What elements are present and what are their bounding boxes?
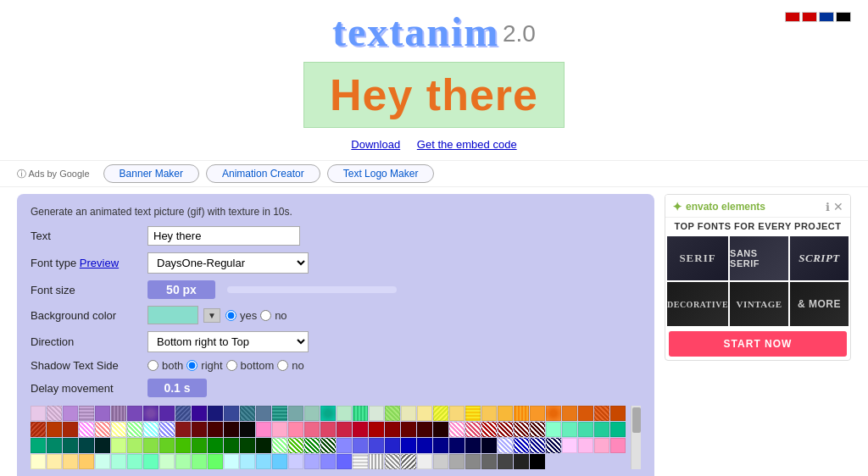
texture-cell[interactable]	[79, 422, 94, 437]
texture-cell[interactable]	[353, 422, 368, 437]
embed-link[interactable]: Get the embed code	[417, 138, 517, 151]
texture-cell[interactable]	[449, 438, 465, 453]
texture-cell[interactable]	[610, 422, 626, 437]
texture-cell[interactable]	[385, 454, 400, 469]
shadow-no-radio[interactable]	[277, 360, 288, 371]
direction-select[interactable]: Bottom right to Top Left to Right Right …	[147, 331, 309, 352]
texture-cell[interactable]	[95, 438, 110, 453]
scrollbar[interactable]	[631, 406, 641, 469]
texture-cell[interactable]	[304, 406, 320, 421]
texture-cell[interactable]	[159, 438, 175, 453]
texture-cell[interactable]	[208, 422, 223, 437]
texture-cell[interactable]	[337, 454, 352, 469]
texture-cell[interactable]	[610, 406, 626, 421]
texture-cell[interactable]	[530, 406, 545, 421]
texture-cell[interactable]	[256, 454, 271, 469]
texture-cell[interactable]	[481, 406, 497, 421]
ad-more-cell[interactable]: & MORE	[790, 282, 849, 326]
ad-close-button[interactable]: ✕	[833, 201, 843, 213]
texture-cell[interactable]	[498, 438, 513, 453]
texture-cell[interactable]	[562, 406, 577, 421]
texture-cell[interactable]	[288, 422, 303, 437]
texture-cell[interactable]	[578, 406, 593, 421]
texture-cell[interactable]	[63, 422, 78, 437]
texture-cell[interactable]	[224, 454, 239, 469]
texture-cell[interactable]	[401, 438, 416, 453]
texture-cell[interactable]	[465, 454, 481, 469]
shadow-right-radio[interactable]	[186, 360, 198, 371]
texture-cell[interactable]	[192, 454, 207, 469]
download-link[interactable]: Download	[351, 138, 400, 151]
texture-cell[interactable]	[320, 454, 336, 469]
texture-cell[interactable]	[272, 454, 287, 469]
texture-cell[interactable]	[63, 438, 78, 453]
texture-cell[interactable]	[31, 422, 46, 437]
texture-cell[interactable]	[95, 454, 110, 469]
texture-cell[interactable]	[127, 422, 142, 437]
texture-cell[interactable]	[417, 454, 432, 469]
texture-cell[interactable]	[498, 406, 513, 421]
texture-cell[interactable]	[47, 406, 62, 421]
texture-cell[interactable]	[385, 406, 400, 421]
texture-cell[interactable]	[192, 438, 207, 453]
texture-cell[interactable]	[208, 406, 223, 421]
texture-cell[interactable]	[47, 438, 62, 453]
texture-cell[interactable]	[240, 438, 255, 453]
banner-maker-btn[interactable]: Banner Maker	[103, 164, 199, 183]
texture-cell[interactable]	[465, 438, 481, 453]
texture-cell[interactable]	[369, 438, 384, 453]
texture-cell[interactable]	[224, 406, 239, 421]
texture-cell[interactable]	[47, 422, 62, 437]
texture-cell[interactable]	[240, 422, 255, 437]
texture-cell[interactable]	[111, 406, 126, 421]
text-input[interactable]	[147, 226, 300, 246]
texture-cell[interactable]	[417, 422, 432, 437]
texture-cell[interactable]	[337, 422, 352, 437]
texture-cell[interactable]	[159, 454, 175, 469]
texture-cell[interactable]	[127, 454, 142, 469]
texture-cell[interactable]	[449, 454, 465, 469]
texture-cell[interactable]	[143, 406, 159, 421]
texture-cell[interactable]	[288, 454, 303, 469]
texture-cell[interactable]	[401, 422, 416, 437]
texture-cell[interactable]	[465, 422, 481, 437]
texture-cell[interactable]	[514, 406, 529, 421]
texture-cell[interactable]	[594, 406, 609, 421]
texture-cell[interactable]	[433, 438, 448, 453]
texture-cell[interactable]	[417, 406, 432, 421]
info-icon[interactable]: ℹ	[826, 201, 830, 213]
flag-group[interactable]	[785, 12, 851, 22]
texture-cell[interactable]	[369, 406, 384, 421]
texture-cell[interactable]	[79, 406, 94, 421]
texture-cell[interactable]	[79, 438, 94, 453]
texture-cell[interactable]	[256, 438, 271, 453]
texture-cell[interactable]	[578, 422, 593, 437]
texture-cell[interactable]	[175, 438, 191, 453]
texture-cell[interactable]	[481, 422, 497, 437]
texture-cell[interactable]	[208, 454, 223, 469]
texture-cell[interactable]	[433, 454, 448, 469]
texture-cell[interactable]	[337, 406, 352, 421]
texture-cell[interactable]	[385, 438, 400, 453]
font-preview-link[interactable]: Preview	[80, 257, 119, 269]
texture-cell[interactable]	[401, 454, 416, 469]
texture-cell[interactable]	[192, 406, 207, 421]
texture-cell[interactable]	[63, 406, 78, 421]
texture-cell[interactable]	[385, 422, 400, 437]
texture-cell[interactable]	[111, 438, 126, 453]
texture-cell[interactable]	[159, 422, 175, 437]
texture-cell[interactable]	[369, 422, 384, 437]
texture-cell[interactable]	[353, 438, 368, 453]
texture-cell[interactable]	[208, 438, 223, 453]
texture-cell[interactable]	[449, 406, 465, 421]
color-picker[interactable]	[147, 306, 198, 324]
texture-cell[interactable]	[530, 438, 545, 453]
color-picker-arrow[interactable]: ▼	[203, 308, 220, 323]
texture-cell[interactable]	[481, 454, 497, 469]
texture-cell[interactable]	[143, 454, 159, 469]
texture-cell[interactable]	[546, 406, 561, 421]
ad-decorative-cell[interactable]: DECORATIVE	[667, 282, 728, 326]
texture-cell[interactable]	[127, 406, 142, 421]
texture-cell[interactable]	[433, 422, 448, 437]
animation-creator-btn[interactable]: Animation Creator	[206, 164, 320, 183]
